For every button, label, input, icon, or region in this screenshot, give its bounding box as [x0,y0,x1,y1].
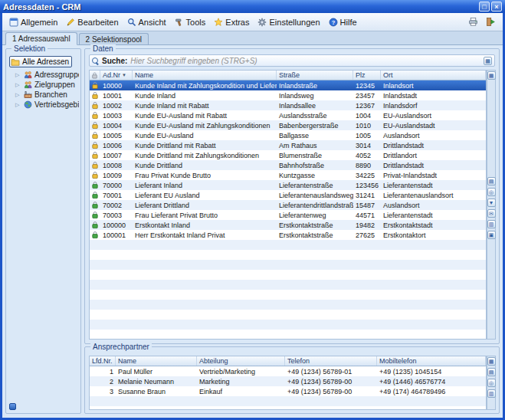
svg-text:?: ? [331,18,335,25]
grid-view-icon[interactable]: ▤ [487,177,496,185]
address-row[interactable]: 10008Kunde DrittlandBahnhofstraße8890Dri… [90,160,486,170]
column-header-lfdnr[interactable]: Lfd.Nr. [90,356,116,366]
address-row[interactable]: 10000Kunde Inland mit Zahlungskondition … [90,80,486,90]
address-row[interactable]: 70001Lieferant EU AuslandLieferantenausl… [90,190,486,200]
content-area: Selektion Alle Adressen ▷ Adressgruppen … [2,45,503,418]
mail-icon[interactable]: ✉ [487,209,496,218]
menu-hilfe[interactable]: ? Hilfe [325,16,361,28]
tree-item-branchen[interactable]: ▷ Branchen [8,90,79,100]
search-icon[interactable]: ◎ [487,379,496,387]
empty-row [90,320,486,330]
address-row[interactable]: 10002Kunde Inland mit RabattInlandsallee… [90,100,486,110]
menu-label: Ansicht [139,18,166,27]
address-row[interactable]: 10004Kunde EU-Ausland mit Zahlungskondit… [90,120,486,130]
filter-icon[interactable]: ▼ [487,199,496,207]
column-header-adnr[interactable]: Ad.Nr▼ [100,71,133,80]
column-header-name[interactable]: Name [116,356,197,366]
pencil-icon [66,18,75,27]
tree-scrollbar-thumb[interactable] [9,403,16,410]
contact-row[interactable]: 1Paul MüllerVertrieb/Marketing+49 (1234)… [90,366,486,376]
gear-icon [257,18,267,27]
restore-button[interactable]: □ [479,2,490,11]
column-options-icon[interactable]: ▦ [487,71,496,80]
ort-cell: Inlandsdorf [381,102,486,110]
lfdnr-cell: 3 [90,388,116,395]
expander-icon[interactable]: ▷ [15,102,21,108]
column-header-mobiltelefon[interactable]: Mobiltelefon [377,356,486,366]
exit-icon[interactable] [483,15,498,29]
expander-icon[interactable]: ▷ [15,82,21,88]
address-row[interactable]: 10001Kunde InlandInlandsweg23457Inlandst… [90,90,486,100]
expander-icon[interactable]: ▷ [15,72,21,78]
plz-cell: 8890 [353,162,381,169]
column-label: Ad.Nr [103,71,120,79]
address-row[interactable]: 70000Lieferant InlandLieferantenstraße12… [90,180,486,190]
column-header-strasse[interactable]: Straße [277,71,353,80]
menu-extras[interactable]: Extras [210,16,253,28]
address-table-header: Ad.Nr▼ Name Straße Plz Ort [90,71,486,80]
column-header-name[interactable]: Name [133,71,277,80]
column-header-abteilung[interactable]: Abteilung [197,356,285,366]
address-row[interactable]: 70003Frau Lieferant Privat BruttoLiefera… [90,210,486,220]
menu-label: Tools [186,18,206,27]
print-icon[interactable]: ▥ [487,220,496,228]
address-row[interactable]: 10009Frau Privat Kunde BruttoKuntzgasse3… [90,170,486,180]
name-cell: Kunde EU-Ausland mit Rabatt [133,112,277,120]
save-icon[interactable]: ▣ [487,231,496,239]
tree-item-vertriebsgebiete[interactable]: ▷ Vertriebsgebiete [8,100,79,110]
strasse-cell: Erstkontaktstraße [277,231,353,239]
tab-selektionspool[interactable]: 2 Selektionspool [79,33,149,44]
search-icon[interactable]: ◎ [487,188,496,196]
abteilung-cell: Einkauf [197,388,285,395]
column-header-telefon[interactable]: Telefon [285,356,377,366]
menu-allgemein[interactable]: Allgemein [5,16,61,28]
menu-label: Allgemein [21,18,57,27]
plz-cell: 12345 [353,82,381,90]
expander-icon[interactable]: ▷ [15,92,21,98]
plz-cell: 4052 [353,152,381,159]
ansprechpartner-legend: Ansprechpartner [90,343,152,351]
tree-item-alle-adressen[interactable]: Alle Adressen [9,56,72,67]
print-icon[interactable]: ▥ [487,389,496,398]
lock-column-header-icon[interactable] [90,71,100,80]
tree-item-zielgruppen[interactable]: ▷ Zielgruppen [8,80,79,90]
strasse-cell: Lieferantenweg [277,212,353,219]
contact-row[interactable]: 3Susanne BraunEinkauf+49 (1234) 56789-00… [90,386,486,396]
column-header-ort[interactable]: Ort [381,71,486,80]
strasse-cell: Inlandstraße [277,82,353,90]
search-placeholder: Hier Suchbegriff eingeben (STRG+S) [130,57,257,65]
tree-item-adressgruppen[interactable]: ▷ Adressgruppen [8,70,79,80]
column-options-icon[interactable]: ▦ [487,357,496,366]
lock-icon [90,141,100,149]
address-row[interactable]: 100000Erstkontakt InlandErstkontaktstraß… [90,220,486,230]
address-row[interactable]: 10007Kunde Drittland mit Zahlungskonditi… [90,150,486,160]
address-row[interactable]: 70002Lieferant DrittlandLieferantendritt… [90,200,486,210]
plz-cell: 31241 [353,192,381,199]
menu-bearbeiten[interactable]: Bearbeiten [62,16,122,28]
empty-row [90,330,486,340]
address-row[interactable]: 10003Kunde EU-Ausland mit RabattAuslands… [90,110,486,120]
telefon-cell: +49 (1234) 56789-01 [285,368,377,376]
selektion-legend: Selektion [11,44,48,53]
menu-einstellungen[interactable]: Einstellungen [254,16,323,28]
close-button[interactable]: × [491,2,502,11]
address-row[interactable]: 10005Kunde EU-AuslandBallgasse1005Auslan… [90,130,486,140]
menu-ansicht[interactable]: Ansicht [123,16,170,28]
empty-row [90,240,486,250]
adnr-cell: 10004 [100,122,133,130]
address-row[interactable]: 100001Herr Erstkontakt Inland PrivatErst… [90,230,486,240]
column-header-plz[interactable]: Plz [353,71,381,80]
strasse-cell: Am Rathaus [277,142,353,149]
target-groups-icon [24,80,32,89]
print-icon[interactable] [465,15,480,29]
address-row[interactable]: 10006Kunde Drittland mit RabattAm Rathau… [90,140,486,150]
grid-view-icon[interactable]: ▤ [487,368,496,376]
ort-cell: Lieferantenstadt [381,182,486,189]
menu-tools[interactable]: Tools [171,16,210,28]
contact-row[interactable]: 2Melanie NeumannMarketing+49 (1234) 5678… [90,376,486,386]
search-options-icon[interactable]: ▦ [484,57,492,65]
empty-row [90,396,486,406]
tab-adressauswahl[interactable]: 1 Adressauswahl [5,32,77,45]
address-table: Ad.Nr▼ Name Straße Plz Ort 10000Kunde In… [89,70,487,340]
search-bar[interactable]: Suche: Hier Suchbegriff eingeben (STRG+S… [89,54,495,67]
